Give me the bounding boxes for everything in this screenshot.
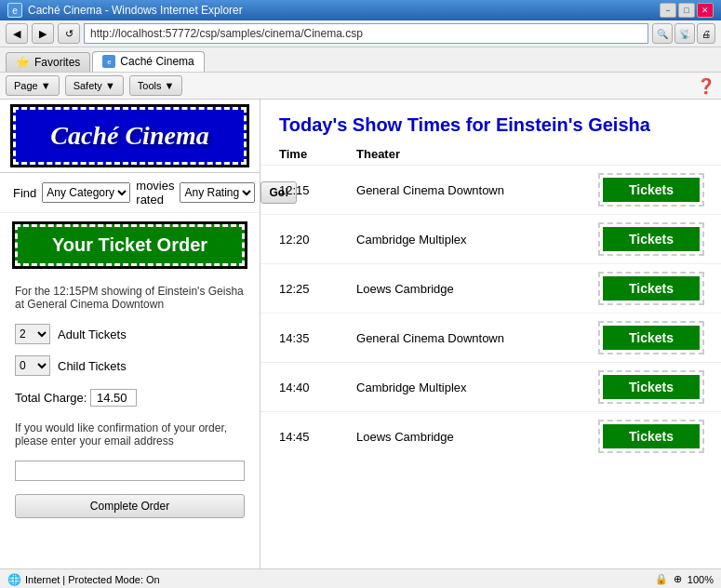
logo-text: Caché Cinema xyxy=(50,121,208,150)
find-label: Find xyxy=(13,186,36,200)
tickets-button-4[interactable]: Tickets xyxy=(600,372,702,402)
charge-row: Total Charge: 14.50 xyxy=(15,389,245,407)
print-button[interactable]: 🖨 xyxy=(697,23,715,44)
adult-ticket-select[interactable]: 2 xyxy=(15,324,50,344)
adult-ticket-label: Adult Tickets xyxy=(58,327,127,341)
ticket-order-box: Your Ticket Order xyxy=(15,224,245,266)
tickets-button-2[interactable]: Tickets xyxy=(600,274,702,303)
tab-label: Caché Cinema xyxy=(120,55,194,68)
email-input[interactable] xyxy=(15,461,245,481)
time-cell: 14:40 xyxy=(260,363,338,412)
back-button[interactable]: ◀ xyxy=(6,23,28,44)
tab-bar: ⭐ Favorites e Caché Cinema xyxy=(0,47,721,73)
nav-bar: ◀ ▶ ↺ http://localhost:57772/csp/samples… xyxy=(0,20,721,47)
charge-label: Total Charge: xyxy=(15,391,87,405)
lock-icon: 🔒 xyxy=(655,573,668,585)
showtimes-title: Today's Show Times for Einstein's Geisha xyxy=(279,114,650,135)
show-row: 14:45 Loews Cambridge Tickets xyxy=(260,412,721,461)
minimize-button[interactable]: − xyxy=(660,3,676,18)
internet-icon: 🌐 xyxy=(7,573,21,586)
tickets-cell: Tickets xyxy=(551,314,721,363)
time-cell: 12:25 xyxy=(260,264,338,314)
favorites-tab[interactable]: ⭐ Favorites xyxy=(6,52,90,72)
show-row: 14:40 Cambridge Multiplex Tickets xyxy=(260,363,721,412)
zoom-text: ⊕ xyxy=(674,573,682,585)
tickets-button-0[interactable]: Tickets xyxy=(600,175,702,205)
status-text: Internet | Protected Mode: On xyxy=(25,574,160,585)
favorites-label: Favorites xyxy=(34,56,80,69)
sidebar: Caché Cinema Find Any Category movies ra… xyxy=(0,100,260,568)
refresh-button[interactable]: ↺ xyxy=(58,23,80,44)
tickets-cell: Tickets xyxy=(551,264,721,314)
show-row: 14:35 General Cinema Downtown Tickets xyxy=(260,314,721,363)
maximize-button[interactable]: □ xyxy=(678,3,695,18)
url-text: http://localhost:57772/csp/samples/cinem… xyxy=(90,27,363,40)
title-bar: e Caché Cinema - Windows Internet Explor… xyxy=(0,0,721,20)
time-cell: 14:45 xyxy=(260,412,338,461)
email-info-text: If you would like confirmation of your o… xyxy=(15,421,227,448)
cinema-tab[interactable]: e Caché Cinema xyxy=(92,51,204,72)
cinema-logo: Caché Cinema xyxy=(13,107,247,165)
time-col-header: Time xyxy=(260,143,338,166)
status-bar: 🌐 Internet | Protected Mode: On 🔒 ⊕ 100% xyxy=(0,568,721,588)
tickets-button-3[interactable]: Tickets xyxy=(600,323,702,353)
safety-button[interactable]: Safety ▼ xyxy=(65,75,124,96)
tab-favicon: e xyxy=(102,55,115,68)
address-bar[interactable]: http://localhost:57772/csp/samples/cinem… xyxy=(84,23,648,44)
adult-ticket-row: 2 Adult Tickets xyxy=(15,324,245,344)
forward-button[interactable]: ▶ xyxy=(32,23,54,44)
tickets-cell: Tickets xyxy=(551,412,721,461)
ticket-order-title: Your Ticket Order xyxy=(52,234,207,255)
child-ticket-label: Child Tickets xyxy=(58,359,127,373)
rss-button[interactable]: 📡 xyxy=(674,23,695,44)
complete-order-button[interactable]: Complete Order xyxy=(15,494,245,518)
order-info-text: For the 12:15PM showing of Einstein's Ge… xyxy=(15,285,244,311)
show-row: 12:20 Cambridge Multiplex Tickets xyxy=(260,215,721,264)
tickets-cell: Tickets xyxy=(551,215,721,264)
rating-select[interactable]: Any Rating xyxy=(180,182,255,203)
page-wrapper: Caché Cinema Find Any Category movies ra… xyxy=(0,100,721,568)
tickets-cell: Tickets xyxy=(551,363,721,412)
theater-cell: General Cinema Downtown xyxy=(338,166,551,215)
tickets-button-5[interactable]: Tickets xyxy=(600,421,702,451)
window-title: Caché Cinema - Windows Internet Explorer xyxy=(28,4,243,17)
page-button[interactable]: Page ▼ xyxy=(6,75,60,96)
toolbar-bar: Page ▼ Safety ▼ Tools ▼ ❓ xyxy=(0,73,721,100)
close-button[interactable]: ✕ xyxy=(697,3,714,18)
time-cell: 14:35 xyxy=(260,314,338,363)
time-cell: 12:15 xyxy=(260,166,338,215)
tools-label: Tools ▼ xyxy=(138,80,175,91)
theater-col-header: Theater xyxy=(338,143,551,166)
show-row: 12:15 General Cinema Downtown Tickets xyxy=(260,166,721,215)
movies-rated-label: movies rated xyxy=(136,179,174,207)
child-ticket-select[interactable]: 0 xyxy=(15,355,50,376)
show-row: 12:25 Loews Cambridge Tickets xyxy=(260,264,721,314)
zoom-value: 100% xyxy=(688,574,714,585)
search-nav-button[interactable]: 🔍 xyxy=(652,23,673,44)
showtimes-header: Today's Show Times for Einstein's Geisha xyxy=(260,100,721,143)
main-content: Today's Show Times for Einstein's Geisha… xyxy=(260,100,721,568)
theater-cell: Loews Cambridge xyxy=(338,412,551,461)
theater-cell: Cambridge Multiplex xyxy=(338,215,551,264)
theater-cell: Loews Cambridge xyxy=(338,264,551,314)
tickets-cell: Tickets xyxy=(551,166,721,215)
theater-cell: General Cinema Downtown xyxy=(338,314,551,363)
tools-button[interactable]: Tools ▼ xyxy=(129,75,183,96)
safety-label: Safety ▼ xyxy=(73,80,115,91)
category-select[interactable]: Any Category xyxy=(42,182,130,203)
child-ticket-row: 0 Child Tickets xyxy=(15,355,245,376)
page-label: Page ▼ xyxy=(14,80,51,91)
star-icon: ⭐ xyxy=(16,56,30,69)
charge-value: 14.50 xyxy=(90,389,137,407)
time-cell: 12:20 xyxy=(260,215,338,264)
email-info: If you would like confirmation of your o… xyxy=(0,414,260,455)
tickets-button-1[interactable]: Tickets xyxy=(600,224,702,254)
theater-cell: Cambridge Multiplex xyxy=(338,363,551,412)
order-info: For the 12:15PM showing of Einstein's Ge… xyxy=(0,277,260,318)
browser-icon: e xyxy=(7,3,22,18)
